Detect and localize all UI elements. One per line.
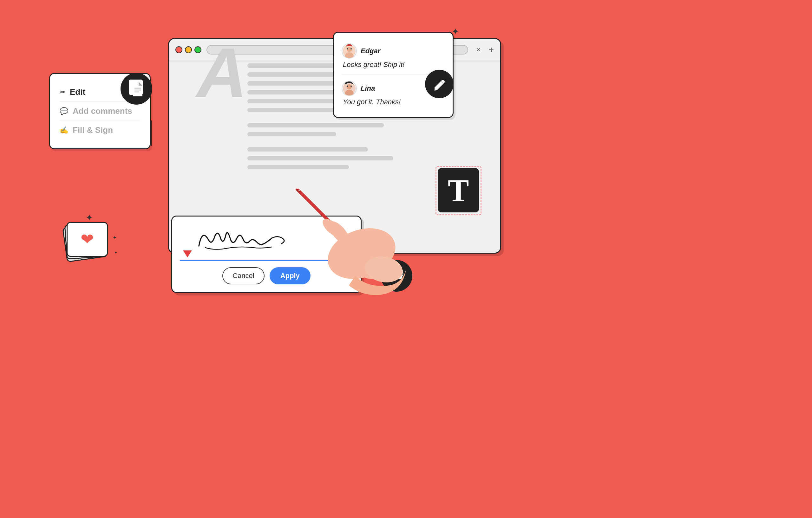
pencil-edit-icon	[432, 77, 446, 91]
comment-author-edgar: Edgar	[360, 47, 380, 55]
scene: × + A ✏ Edit 💬 Add comments ✍ Fill & Sig…	[0, 0, 812, 518]
comment-header-edgar: Edgar	[342, 43, 445, 59]
edit-pencil-circle[interactable]	[425, 70, 454, 98]
svg-point-19	[400, 270, 403, 273]
text-line	[248, 147, 368, 152]
comment-author-lina: Lina	[360, 84, 375, 93]
document-letter-a: A	[197, 38, 247, 108]
edgar-avatar-image	[342, 44, 356, 58]
connector-line	[151, 120, 152, 146]
signature-text	[190, 222, 297, 257]
file-icon-circle[interactable]	[120, 73, 152, 104]
plus-icon[interactable]: +	[489, 45, 494, 55]
edit-label: Edit	[70, 87, 85, 97]
svg-point-9	[350, 48, 352, 50]
comment-text-lina: You got it. Thanks!	[342, 98, 445, 106]
dot-red[interactable]	[175, 46, 182, 53]
svg-point-13	[347, 86, 348, 87]
sparkle-icon: ✦	[113, 235, 117, 241]
text-line	[248, 123, 384, 127]
sparkle-icon: ✦	[86, 212, 93, 223]
heart-icon: ❤	[81, 230, 94, 248]
dot-yellow[interactable]	[185, 46, 192, 53]
svg-point-11	[347, 84, 352, 89]
signature-panel: Cancel Apply	[171, 216, 361, 293]
comment-entry-edgar: Edgar Looks great! Ship it!	[342, 39, 445, 73]
ai-chat-circle[interactable]	[381, 260, 412, 292]
like-card-front: ❤	[67, 222, 108, 257]
fill-sign-label: Fill & Sign	[72, 125, 113, 135]
comment-icon: 💬	[60, 107, 68, 115]
svg-point-18	[399, 274, 401, 275]
text-line	[248, 156, 393, 160]
signature-arrow-indicator	[183, 250, 192, 257]
text-icon-box[interactable]: T	[438, 168, 479, 212]
add-comments-label: Add comments	[72, 106, 132, 116]
avatar-lina	[342, 81, 357, 96]
ai-chat-icon	[387, 267, 405, 285]
svg-point-17	[396, 274, 398, 275]
comment-text-edgar: Looks great! Ship it!	[342, 61, 445, 69]
svg-point-16	[393, 274, 394, 275]
sparkle-icon: ✦	[114, 250, 117, 255]
signature-buttons: Cancel Apply	[180, 267, 353, 284]
sparkle-icon: ✦	[452, 26, 459, 37]
signature-area[interactable]	[180, 223, 353, 261]
apply-button[interactable]: Apply	[270, 267, 311, 284]
pencil-icon: ✏	[60, 88, 65, 96]
text-line	[248, 165, 349, 169]
fill-sign-icon: ✍	[60, 126, 68, 134]
avatar-edgar	[342, 43, 357, 59]
svg-point-6	[347, 47, 352, 52]
text-line	[248, 132, 336, 136]
edit-item-fill-sign[interactable]: ✍ Fill & Sign	[60, 120, 140, 140]
lina-avatar-image	[342, 82, 356, 95]
edit-item-comments[interactable]: 💬 Add comments	[60, 101, 140, 120]
cancel-button[interactable]: Cancel	[222, 267, 264, 284]
signature-svg	[190, 222, 297, 254]
close-icon[interactable]: ×	[476, 45, 481, 54]
svg-point-14	[350, 86, 352, 87]
svg-point-8	[347, 48, 348, 50]
file-icon	[128, 79, 145, 98]
t-letter: T	[448, 172, 469, 209]
